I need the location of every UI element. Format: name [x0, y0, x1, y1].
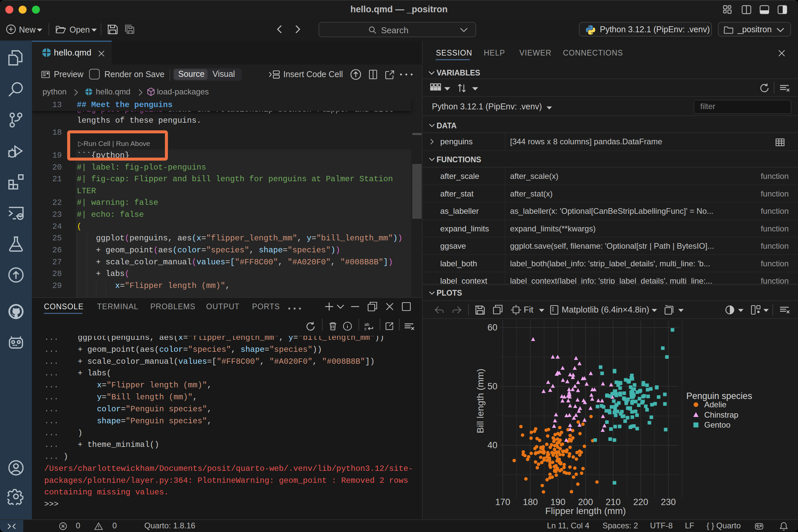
- svg-text:40: 40: [488, 440, 497, 450]
- svg-text:Flipper length (mm): Flipper length (mm): [545, 506, 626, 516]
- svg-text:Chinstrap: Chinstrap: [704, 410, 739, 419]
- svg-text:Gentoo: Gentoo: [704, 420, 730, 429]
- svg-text:50: 50: [488, 381, 497, 391]
- svg-text:180: 180: [523, 497, 538, 507]
- svg-text:230: 230: [661, 497, 676, 507]
- svg-text:Penguin species: Penguin species: [686, 391, 752, 401]
- svg-text:220: 220: [633, 497, 648, 507]
- svg-text:60: 60: [488, 323, 497, 332]
- svg-text:Adelie: Adelie: [704, 400, 726, 409]
- svg-text:Bill length (mm): Bill length (mm): [475, 369, 486, 433]
- svg-text:c: c: [364, 326, 367, 331]
- svg-text:170: 170: [495, 497, 510, 507]
